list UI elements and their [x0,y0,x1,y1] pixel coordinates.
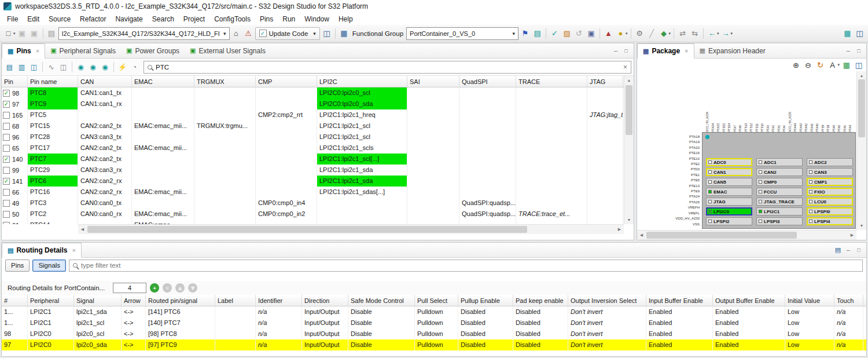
next-edit-icon[interactable]: ⇆ [689,28,700,39]
package-peripheral-adc2[interactable]: ADC2 [807,158,853,166]
signal-cell[interactable] [256,154,317,165]
pin-checkbox[interactable] [3,123,10,130]
signal-cell[interactable] [407,143,459,154]
move-up-button[interactable]: ▲ [175,283,185,293]
routing-filter-input[interactable] [81,262,859,269]
home-icon[interactable]: ⌂ [231,28,242,39]
signal-cell[interactable] [256,176,317,187]
tab-expansion-header[interactable]: ▦Expansion Header [694,43,771,58]
signal-cell[interactable] [407,98,459,109]
signal-cell[interactable] [587,131,623,143]
signal-cell[interactable] [459,120,516,131]
signal-cell[interactable] [407,109,459,120]
flag-icon[interactable]: ⚑ [520,28,531,39]
signal-cell[interactable] [587,98,623,109]
signal-cell[interactable]: CMP0:cmp0_in2 [256,209,317,220]
scrollbar-thumb[interactable] [858,79,865,137]
update-code-button[interactable]: ✓Update Code▾ [255,27,320,40]
scroll-up-icon[interactable]: ▲ [857,71,866,80]
rotate-icon[interactable]: ↻ [815,60,825,70]
routing-table-row[interactable]: 1...LPI2C1lpi2c1_scl<->[140] PTC7n/aInpu… [2,317,866,328]
signal-cell[interactable] [516,87,587,98]
layers-icon[interactable]: ◆ [659,28,670,39]
tab-routing-details[interactable]: ▤Routing Details× [2,243,82,258]
pin-checkbox[interactable] [3,134,10,141]
pin-checkbox[interactable] [3,145,10,152]
route-out-icon[interactable]: ◉ [100,61,111,72]
signal-cell[interactable]: JTAG:jtag_t... [587,109,623,120]
signal-cell[interactable]: CAN1:can1_rx [78,98,132,109]
routing-column-header-pull-select[interactable]: Pull Select [415,295,458,306]
signal-cell[interactable] [317,220,407,224]
signal-cell[interactable] [407,220,459,224]
signal-cell[interactable] [587,87,623,98]
package-peripheral-jtag-trace[interactable]: JTAG_TRACE [756,198,803,206]
pins-column-header-trace[interactable]: TRACE [516,76,587,87]
signal-cell[interactable] [407,87,459,98]
signal-cell[interactable]: CAN2:can2_tx [78,154,132,165]
signal-cell[interactable]: LPI2C1:lpi2c1_sdas[...] [317,187,407,198]
pins-column-header-trgmux[interactable]: TRGMUX [194,76,256,87]
signal-cell[interactable]: QuadSPI:quadsp... [459,209,516,220]
signal-cell[interactable] [256,165,317,176]
signal-cell[interactable] [407,165,459,176]
pins-table-row[interactable]: 165PTC5CMP2:cmp2_rrtLPI2C1:lpi2c1_hreqJT… [2,109,624,120]
registers-icon[interactable]: ◫ [321,28,332,39]
minimize-icon[interactable]: ─ [610,46,621,56]
tab-external-user-signals[interactable]: ▣External User Signals [185,43,271,58]
pins-table-row[interactable]: ✓98PTC8CAN1:can1_txLPI2C0:lpi2c0_scl [2,87,624,98]
routing-column-header-peripheral[interactable]: Peripheral [28,295,74,306]
package-peripheral-lpspi0[interactable]: LPSPI0 [807,207,853,215]
signal-cell[interactable] [516,187,587,198]
package-peripheral-cmp1[interactable]: CMP1 [807,178,853,186]
routing-column-header-routed-pin-signal[interactable]: Routed pin/signal [146,295,215,306]
pins-column-header-pin-name[interactable]: Pin name [28,76,78,87]
signal-cell[interactable] [516,220,587,224]
pin-checkbox[interactable] [3,167,10,174]
signal-cell[interactable] [132,87,194,98]
package-peripheral-fccu[interactable]: FCCU [756,188,803,196]
pin-checkbox[interactable]: ✓ [3,90,10,97]
chevron-down-icon[interactable]: ▾ [223,31,226,36]
signal-cell[interactable] [459,154,516,165]
signal-cell[interactable] [78,220,132,224]
package-peripheral-can1[interactable]: CAN1 [706,168,752,176]
signal-cell[interactable]: LPI2C1:lpi2c1_scl [317,131,407,143]
back-icon[interactable]: ← [707,28,718,39]
package-horizontal-scrollbar[interactable]: ◀ ▶ [637,230,856,240]
routing-table-row[interactable]: 98LPI2C0lpi2c0_scl<->[98] PTC8n/aInput/O… [2,328,866,339]
signal-cell[interactable] [407,154,459,165]
signal-cell[interactable] [459,143,516,154]
menu-item-project[interactable]: Project [179,14,209,24]
chevron-down-icon[interactable]: ▾ [13,31,16,36]
routing-column-header-identifier[interactable]: Identifier [256,295,302,306]
maximize-icon[interactable]: □ [854,46,864,56]
pin-checkbox[interactable]: ✓ [3,178,10,185]
pin-checkbox[interactable]: ✓ [3,101,10,108]
pins-column-header-quadspi[interactable]: QuadSPI [459,76,516,87]
pins-column-header-emac[interactable]: EMAC [132,76,194,87]
maximize-icon[interactable]: □ [854,246,864,255]
log-icon[interactable]: ▤ [532,28,543,39]
signal-cell[interactable] [194,131,256,143]
signal-cell[interactable] [587,120,623,131]
signal-cell[interactable] [459,220,516,224]
signal-cell[interactable]: CAN3:can3_tx [78,131,132,143]
menu-item-configtools[interactable]: ConfigTools [209,14,255,24]
scroll-down-icon[interactable]: ▼ [857,221,866,230]
pillars-icon[interactable]: ◫ [58,61,69,72]
tab-pins[interactable]: ▦Pins× [2,43,45,59]
signal-cell[interactable] [256,87,317,98]
signal-cell[interactable] [587,154,623,165]
signal-cell[interactable] [194,165,256,176]
package-peripheral-lpspi4[interactable]: LPSPI4 [807,217,853,225]
pins-vertical-scrollbar[interactable]: ▲ ▼ [624,76,634,224]
signal-cell[interactable] [516,198,587,209]
collapse-icon[interactable]: ◫ [854,60,864,70]
package-peripheral-lpi2c1[interactable]: LPI2C1 [756,207,803,215]
signal-cell[interactable] [587,176,623,187]
signal-cell[interactable] [459,176,516,187]
pins-table-row[interactable]: 96PTC28CAN3:can3_txLPI2C1:lpi2c1_scl [2,131,624,143]
label-display-icon[interactable]: A [827,60,837,70]
clipboard-icon[interactable]: ▤ [46,28,57,39]
